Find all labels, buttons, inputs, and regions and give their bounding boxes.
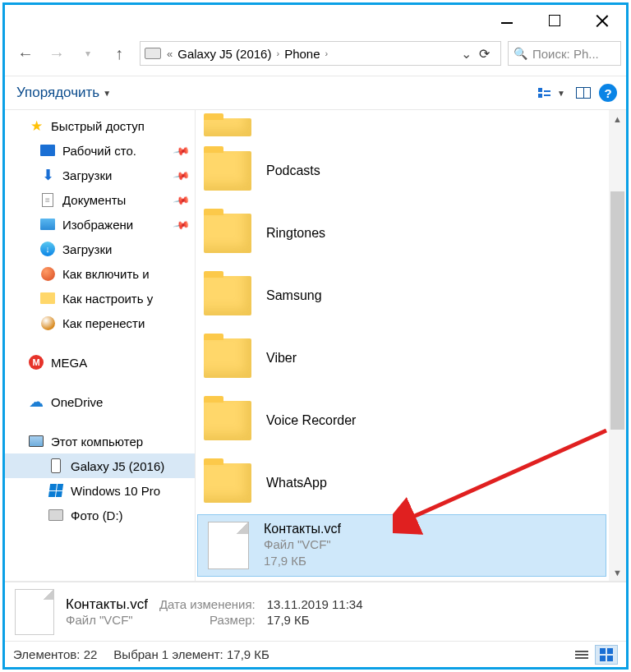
file-type: Файл "VCF"	[264, 536, 341, 553]
folder-item[interactable]: Voice Recorder	[197, 389, 606, 452]
pin-icon: 📌	[173, 166, 191, 183]
sidebar-item-label: Windows 10 Pro	[71, 484, 160, 498]
folder-icon	[39, 291, 56, 306]
search-input[interactable]: 🔍 Поиск: Ph...	[508, 41, 621, 66]
sidebar-item-label: Как включить и	[62, 267, 150, 281]
details-modified-value: 13.11.2019 11:34	[267, 597, 363, 611]
sidebar-onedrive[interactable]: ☁ OneDrive	[5, 389, 195, 414]
organize-menu[interactable]: Упорядочить ▼	[12, 81, 116, 104]
up-button[interactable]: ↑	[105, 39, 133, 67]
chevron-right-icon[interactable]: ›	[322, 48, 332, 58]
globe2-icon	[39, 315, 56, 330]
tiles-view-button[interactable]	[595, 645, 618, 665]
sidebar-item[interactable]: Как перенести	[5, 311, 195, 335]
folder-icon	[204, 118, 251, 136]
folder-icon	[204, 214, 251, 253]
sidebar-mega[interactable]: M MEGA	[5, 350, 195, 375]
file-thumbnail	[15, 589, 54, 635]
address-bar[interactable]: « Galaxy J5 (2016) › Phone › ⌄ ⟳	[140, 41, 501, 66]
sidebar-item[interactable]: ⬇Загрузки📌	[5, 163, 195, 187]
address-dropdown[interactable]: ⌄	[458, 46, 474, 62]
file-list[interactable]: PodcastsRingtonesSamsungViberVoice Recor…	[196, 110, 626, 581]
minimize-button[interactable]	[483, 5, 531, 36]
img-icon	[39, 217, 56, 232]
sidebar-item[interactable]: Как настроить у	[5, 286, 195, 311]
sidebar-item-label: Загрузки	[62, 242, 112, 256]
folder-name: Podcasts	[266, 163, 320, 178]
close-button[interactable]	[578, 5, 626, 36]
pc-icon	[29, 435, 44, 447]
address-bar-row: ← → ▾ ↑ « Galaxy J5 (2016) › Phone › ⌄ ⟳…	[5, 36, 626, 76]
sidebar-item[interactable]: ↓Загрузки	[5, 237, 195, 261]
sidebar-item-label: Фото (D:)	[71, 509, 123, 522]
history-dropdown[interactable]: ▾	[74, 39, 102, 67]
details-view-button[interactable]	[570, 645, 593, 665]
scroll-down-button[interactable]: ▼	[609, 564, 626, 581]
status-item-count: Элементов: 22	[13, 647, 97, 661]
sidebar-item[interactable]: Рабочий сто.📌	[5, 138, 195, 163]
onedrive-icon: ☁	[28, 394, 44, 409]
folder-icon	[204, 338, 251, 378]
folder-name: Ringtones	[266, 226, 325, 241]
sidebar-item[interactable]: Как включить и	[5, 261, 195, 286]
doc-icon: ≡	[39, 192, 56, 207]
breadcrumb-overflow[interactable]: «	[164, 48, 176, 60]
details-properties: Дата изменения: 13.11.2019 11:34 Размер:…	[159, 597, 375, 627]
folder-icon	[204, 463, 251, 503]
status-selection: Выбран 1 элемент: 17,9 КБ	[113, 647, 269, 661]
folder-item[interactable]: WhatsApp	[197, 452, 606, 514]
folder-name: WhatsApp	[266, 476, 327, 490]
chevron-down-icon[interactable]: ▼	[557, 89, 570, 98]
sidebar-item[interactable]: Galaxy J5 (2016)	[5, 453, 195, 478]
file-item-selected[interactable]: Контакты.vcfФайл "VCF"17,9 КБ	[197, 514, 606, 577]
chevron-down-icon: ▼	[103, 89, 111, 98]
dlround-icon: ↓	[39, 242, 56, 256]
scrollbar-thumb[interactable]	[610, 191, 624, 430]
folder-item[interactable]: Samsung	[197, 265, 606, 327]
sidebar-item-label: Как перенести	[62, 316, 145, 330]
disk-icon	[48, 508, 64, 522]
sidebar-item[interactable]: Windows 10 Pro	[5, 478, 195, 503]
folder-item[interactable]	[197, 113, 606, 140]
scrollbar-vertical[interactable]: ▲ ▼	[609, 110, 626, 581]
folder-item[interactable]: Viber	[197, 327, 606, 389]
folder-item[interactable]: Podcasts	[197, 140, 606, 202]
chevron-right-icon[interactable]: ›	[273, 48, 283, 58]
help-button[interactable]: ?	[596, 81, 619, 104]
sidebar-this-pc[interactable]: Этот компьютер	[5, 429, 195, 453]
toolbar: Упорядочить ▼ ▼ ?	[5, 76, 626, 110]
sidebar-item-label: Загрузки	[62, 168, 112, 182]
folder-item[interactable]: Ringtones	[197, 202, 606, 265]
quick-access-root[interactable]: ★ Быстрый доступ	[5, 113, 195, 138]
details-size-value: 17,9 КБ	[267, 613, 363, 627]
folder-icon	[204, 276, 251, 315]
sidebar-item[interactable]: Фото (D:)	[5, 503, 195, 527]
folder-name: Viber	[266, 351, 297, 366]
pin-icon: 📌	[173, 141, 191, 159]
folder-name: Samsung	[266, 288, 322, 303]
sidebar-item-label: Как настроить у	[62, 292, 153, 306]
scroll-up-button[interactable]: ▲	[609, 110, 626, 127]
pin-icon: 📌	[173, 191, 191, 208]
maximize-button[interactable]	[531, 5, 578, 36]
file-name: Контакты.vcf	[264, 522, 341, 536]
breadcrumb-phone[interactable]: Phone	[283, 45, 321, 62]
forward-button[interactable]: →	[43, 39, 71, 67]
explorer-window: ← → ▾ ↑ « Galaxy J5 (2016) › Phone › ⌄ ⟳…	[2, 2, 629, 670]
search-placeholder: Поиск: Ph...	[532, 47, 599, 61]
back-button[interactable]: ←	[12, 39, 39, 67]
breadcrumb-galaxy[interactable]: Galaxy J5 (2016)	[176, 45, 273, 62]
sidebar-item-label: Galaxy J5 (2016)	[71, 459, 164, 473]
file-icon	[208, 522, 249, 569]
view-options-button[interactable]	[532, 81, 555, 104]
sidebar-item-label: Документы	[62, 193, 126, 207]
search-icon: 🔍	[514, 47, 527, 60]
navigation-pane: ★ Быстрый доступ Рабочий сто.📌⬇Загрузки📌…	[5, 110, 196, 581]
winlogo-icon	[48, 483, 64, 498]
sidebar-item[interactable]: ≡Документы📌	[5, 187, 195, 212]
sidebar-item[interactable]: Изображени📌	[5, 212, 195, 237]
refresh-button[interactable]: ⟳	[479, 46, 494, 61]
preview-pane-button[interactable]	[572, 81, 595, 104]
globe-icon	[39, 266, 56, 281]
sidebar-item-label: Рабочий сто.	[62, 144, 136, 158]
